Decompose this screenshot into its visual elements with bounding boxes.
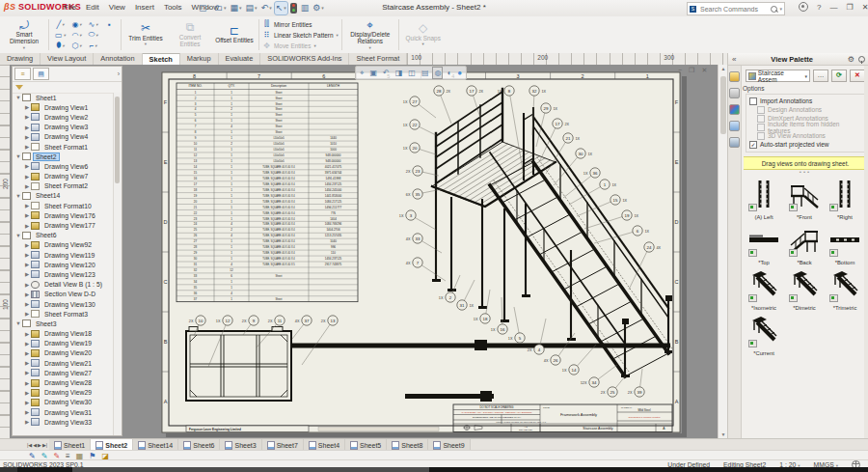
tree-item-drawing-view6[interactable]: ▶Drawing View6: [13, 161, 114, 171]
tree-arrow-icon[interactable]: ▶: [23, 311, 31, 317]
tree-arrow-icon[interactable]: ▶: [23, 282, 31, 288]
tree-item-drawing-view31[interactable]: ▶Drawing View31: [13, 407, 114, 417]
search-commands-box[interactable]: S ▾: [687, 2, 785, 15]
tree-arrow-icon[interactable]: ▶: [23, 370, 31, 375]
tree-arrow-icon[interactable]: ▶: [23, 134, 31, 140]
menu-insert[interactable]: Insert: [135, 3, 154, 12]
tree-item-sheet-format3[interactable]: ▶Sheet Format3: [13, 309, 114, 319]
arc-tool-button[interactable]: ◠▾: [68, 30, 85, 41]
tree-arrow-icon[interactable]: ▶: [23, 380, 31, 386]
feature-manager-tree[interactable]: ≡ ▤ › ▼Sheet1▶Drawing View1▶Drawing View…: [12, 66, 122, 436]
tree-arrow-icon[interactable]: ▶: [23, 360, 31, 366]
ellipse-tool-button[interactable]: ⬭▾: [85, 30, 101, 41]
tab-drawing[interactable]: Drawing: [0, 53, 41, 65]
section-view-icon[interactable]: ◨: [394, 68, 404, 78]
tree-item-drawing-view19[interactable]: ▶Drawing View19: [13, 339, 114, 348]
tree-item-sheet1[interactable]: ▼Sheet1: [13, 93, 114, 102]
doc-restore-button[interactable]: ❐: [689, 67, 694, 74]
tree-item-drawing-view2[interactable]: ▶Drawing View2: [13, 112, 114, 122]
design-library-icon[interactable]: [729, 88, 740, 98]
tree-item-drawing-view20[interactable]: ▶Drawing View20: [13, 348, 114, 358]
tree-item-drawing-view27[interactable]: ▶Drawing View27: [13, 368, 114, 377]
tree-arrow-icon[interactable]: ▶: [23, 174, 31, 180]
tree-item-drawing-view28[interactable]: ▶Drawing View28: [13, 377, 114, 387]
tree-arrow-icon[interactable]: ▶: [23, 144, 31, 150]
custom-properties-icon[interactable]: [729, 137, 740, 148]
tab-view-layout[interactable]: View Layout: [41, 53, 94, 65]
tab-sketch[interactable]: Sketch: [143, 53, 180, 65]
tree-arrow-icon[interactable]: ▶: [23, 212, 31, 218]
tree-item-sheet14[interactable]: ▼Sheet14: [13, 191, 114, 201]
appearances-icon[interactable]: [729, 121, 740, 131]
quick-snaps-button[interactable]: ◇ Quick Snaps▾: [402, 22, 445, 47]
tree-arrow-icon[interactable]: ▼: [14, 233, 22, 238]
tree-arrow-icon[interactable]: ▶: [23, 114, 31, 120]
tree-item-drawing-view3[interactable]: ▶Drawing View3: [13, 123, 114, 132]
tree-item-drawing-view120[interactable]: ▶Drawing View120: [13, 260, 114, 269]
tree-arrow-icon[interactable]: ▶: [23, 125, 31, 130]
view-thumbnail--front[interactable]: *Front: [784, 176, 825, 221]
tree-item-drawing-view176[interactable]: ▶Drawing View176: [13, 210, 114, 220]
display-delete-relations-button[interactable]: ⌖ Display/Delete Relations▾: [345, 19, 395, 51]
hide-show-items-icon[interactable]: ◍: [433, 68, 442, 78]
checkbox-design-annotations[interactable]: Design Annotations: [757, 105, 861, 114]
tree-item-drawing-view18[interactable]: ▶Drawing View18: [13, 329, 114, 339]
tree-item-drawing-view33[interactable]: ▶Drawing View33: [13, 417, 114, 427]
tree-arrow-icon[interactable]: ▶: [23, 163, 31, 169]
open-button[interactable]: 🗀▾: [213, 2, 228, 14]
tree-item-sheet3[interactable]: ▼Sheet3: [13, 319, 114, 328]
menu-file[interactable]: File: [64, 3, 76, 12]
tree-item-sheet2[interactable]: ▼Sheet2: [13, 152, 114, 161]
gear-icon[interactable]: ⚙: [848, 55, 854, 64]
tree-arrow-icon[interactable]: ▶: [23, 390, 31, 396]
move-entities-button[interactable]: ✥ Move Entities▾: [262, 41, 339, 50]
view-thumbnail--bottom[interactable]: *Bottom: [825, 221, 865, 266]
menu-edit[interactable]: Edit: [86, 3, 99, 12]
doc-close-button[interactable]: ✕: [701, 67, 707, 74]
tree-arrow-icon[interactable]: ▶: [23, 183, 31, 189]
tree-arrow-icon[interactable]: ▶: [23, 203, 31, 208]
tree-arrow-icon[interactable]: ▼: [14, 153, 22, 159]
tree-arrow-icon[interactable]: ▶: [23, 242, 31, 248]
rebuild-button[interactable]: [289, 2, 298, 14]
document-dropdown[interactable]: Staircase Assem ▾: [746, 69, 810, 82]
tree-expand-icon[interactable]: ›: [118, 70, 120, 77]
offset-entities-button[interactable]: ⊏ Offset Entities: [213, 25, 256, 44]
undo-button[interactable]: ↶▾: [260, 2, 273, 14]
tree-item-drawing-view119[interactable]: ▶Drawing View119: [13, 250, 114, 260]
tree-item-sheet-format10[interactable]: ▶Sheet Format10: [13, 201, 114, 210]
display-style-icon[interactable]: ▤: [420, 68, 430, 78]
line-tool-button[interactable]: ╱▾: [52, 19, 68, 30]
tree-item-drawing-view130[interactable]: ▶Drawing View130: [13, 299, 114, 309]
tree-item-drawing-view29[interactable]: ▶Drawing View29: [13, 388, 114, 398]
view-thumbnail--current[interactable]: *Current: [744, 312, 784, 357]
display-settings-button[interactable]: ▥: [300, 2, 311, 14]
slot-tool-button[interactable]: ⬮▾: [52, 41, 68, 51]
tree-item-sheet6[interactable]: ▼Sheet6: [13, 231, 114, 240]
tree-arrow-icon[interactable]: ▶: [23, 271, 31, 277]
doc-minimize-button[interactable]: −: [678, 67, 682, 74]
tree-arrow-icon[interactable]: ▶: [23, 104, 31, 110]
view-thumbnail--trimetric[interactable]: *Trimetric: [825, 266, 865, 312]
tree-item-drawing-view123[interactable]: ▶Drawing View123: [13, 269, 114, 279]
tree-item-sheet-format1[interactable]: ▶Sheet Format1: [13, 142, 114, 152]
edit-appearance-icon[interactable]: ◐: [446, 68, 452, 78]
minimize-button[interactable]: —: [829, 3, 837, 12]
view-thumbnail--isometric[interactable]: *Isometric: [744, 266, 784, 312]
search-input[interactable]: [698, 5, 769, 14]
tree-arrow-icon[interactable]: ▼: [14, 193, 22, 199]
checkbox-auto-start-projected-view[interactable]: ✓Auto-start projected view: [749, 140, 861, 149]
tree-scrollbar[interactable]: [113, 93, 122, 435]
checkbox-import-annotations[interactable]: Import Annotations: [749, 97, 861, 105]
menu-view[interactable]: View: [109, 3, 125, 12]
menu-tools[interactable]: Tools: [164, 3, 182, 12]
apply-scene-icon[interactable]: ●: [456, 68, 463, 78]
refresh-icon[interactable]: ⟳: [831, 69, 847, 82]
print-button[interactable]: ▤▾: [245, 2, 258, 14]
tree-arrow-icon[interactable]: ▶: [23, 400, 31, 405]
view-thumbnail--dimetric[interactable]: *Dimetric: [784, 266, 825, 312]
linear-sketch-pattern-button[interactable]: ⠿ Linear Sketch Pattern▾: [262, 30, 339, 40]
search-dropdown-icon[interactable]: ▾: [779, 6, 782, 12]
tree-arrow-icon[interactable]: ▶: [23, 252, 31, 258]
tree-arrow-icon[interactable]: ▼: [14, 95, 22, 100]
